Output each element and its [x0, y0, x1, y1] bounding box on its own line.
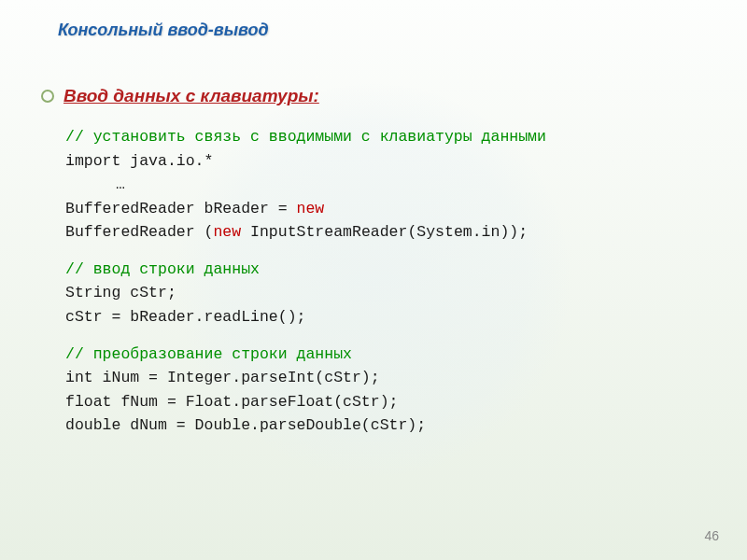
code-line: float fNum = Float.parseFloat(cStr);: [65, 390, 710, 414]
code-line: …: [65, 173, 710, 197]
code-line: BufferedReader bReader = new: [65, 197, 710, 221]
heading-row: Ввод данных с клавиатуры:: [41, 86, 710, 106]
comment-line: // ввод строки данных: [65, 258, 710, 282]
code-line: import java.io.*: [65, 149, 710, 174]
code-text: InputStreamReader(System.in));: [241, 223, 528, 241]
comment-line: // установить связь с вводимыми с клавиа…: [65, 125, 710, 149]
section-heading: Ввод данных с клавиатуры:: [63, 86, 319, 106]
code-text: BufferedReader bReader =: [65, 200, 297, 217]
code-block-2: // ввод строки данных String cStr; cStr …: [65, 258, 710, 329]
page-number: 46: [704, 528, 719, 543]
slide-content: Ввод данных с клавиатуры: // установить …: [41, 86, 710, 438]
keyword-new: new: [297, 200, 325, 217]
comment-line: // преобразование строки данных: [65, 343, 710, 367]
keyword-new: new: [213, 223, 241, 241]
code-line: double dNum = Double.parseDouble(cStr);: [65, 413, 710, 438]
code-block-1: // установить связь с вводимыми с клавиа…: [65, 125, 710, 245]
code-line: cStr = bReader.readLine();: [65, 305, 710, 329]
slide-title: Консольный ввод-вывод: [58, 21, 269, 40]
code-line: String cStr;: [65, 281, 710, 305]
bullet-icon: [41, 90, 54, 103]
code-text: BufferedReader (: [65, 223, 213, 241]
code-block-3: // преобразование строки данных int iNum…: [65, 343, 710, 438]
code-line: BufferedReader (new InputStreamReader(Sy…: [65, 220, 710, 245]
code-line: int iNum = Integer.parseInt(cStr);: [65, 366, 710, 390]
